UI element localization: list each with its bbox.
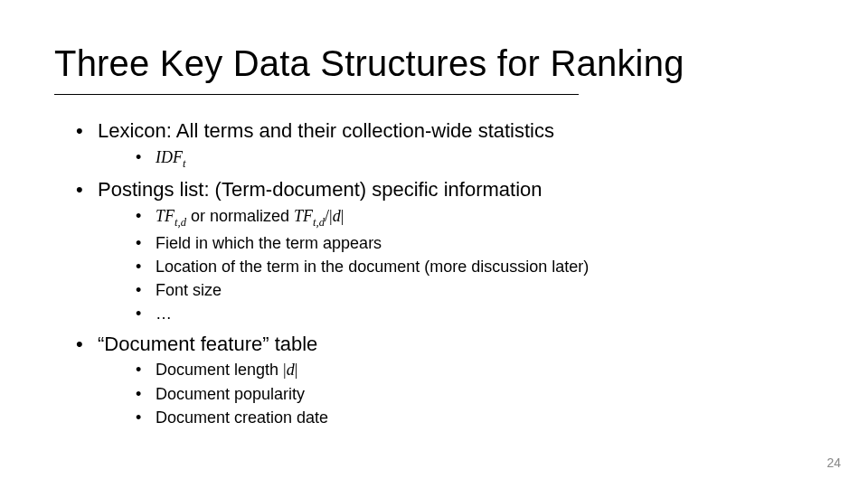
bullet-postings-prefix: Postings list: [98,178,215,201]
sub-docpop: Document popularity [134,383,796,405]
slide-title: Three Key Data Structures for Ranking [54,43,684,84]
postings-sublist: TFt,d or normalized TFt,d/|d| Field in w… [98,205,796,325]
tf-sub1: t,d [175,216,186,229]
tf-base2: TF [294,207,313,225]
tf-base1: TF [156,207,175,225]
sub-font-size: Font size [134,279,796,301]
bullet-lexicon: Lexicon: All terms and their collection-… [72,117,796,171]
bullet-lexicon-prefix: Lexicon: [98,119,176,142]
sub-docdate: Document creation date [134,407,796,428]
idf-sub: t [183,156,186,169]
sub-field: Field in which the term appears [134,232,796,254]
bullet-postings-rest: (Term-document) specific information [215,178,542,201]
title-underline [54,94,579,95]
bullet-lexicon-rest: All terms and their collection-wide stat… [176,119,554,142]
bullet-postings: Postings list: (Term-document) specific … [72,176,796,324]
tf-or-norm: or normalized [186,207,294,225]
bullet-docfeat: “Document feature” table Document length… [72,331,796,429]
docfeat-sublist: Document length |d| Document popularity … [98,359,796,428]
bullet-docfeat-label: “Document feature” table [98,333,317,355]
doclen-bar-d: |d| [283,361,297,379]
idf-base: IDF [156,148,183,166]
tf-bar-d: |d| [329,207,344,225]
lexicon-sublist: IDFt [98,146,796,172]
sub-doclen: Document length |d| [134,359,796,380]
sub-tf: TFt,d or normalized TFt,d/|d| [134,205,796,230]
doclen-prefix: Document length [156,361,283,379]
tf-sub2: t,d [313,216,325,229]
sub-location: Location of the term in the document (mo… [134,256,796,277]
bullet-list-level1: Lexicon: All terms and their collection-… [72,117,796,428]
sub-idf: IDFt [134,146,796,172]
slide-body: Lexicon: All terms and their collection-… [72,117,796,434]
sub-ellipsis: … [134,303,796,324]
slide: Three Key Data Structures for Ranking Le… [0,0,868,488]
page-number: 24 [826,455,841,470]
